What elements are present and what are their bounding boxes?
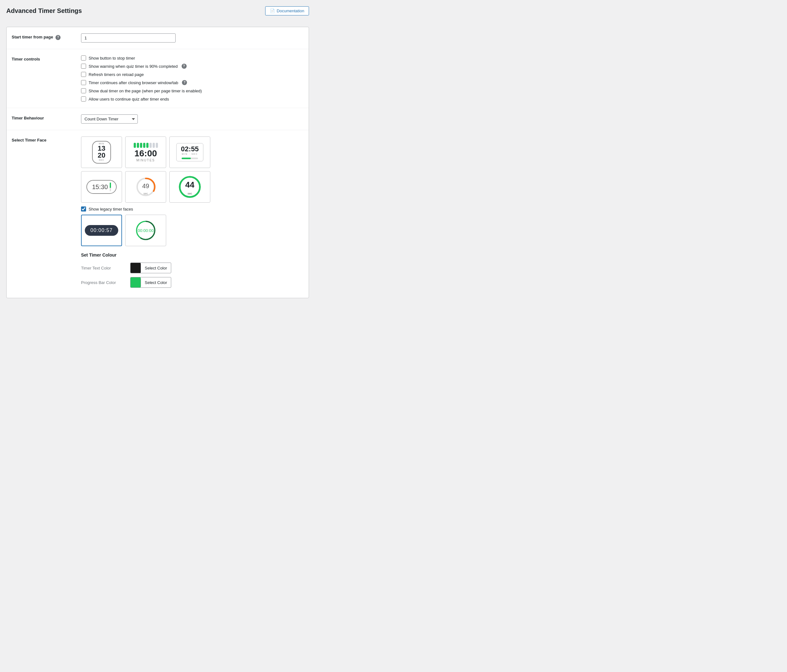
checkbox-continue: Allow users to continue quiz after timer… [81,96,303,101]
set-timer-colour-section: Set Timer Colour Timer Text Color Select… [81,252,303,288]
checkbox-browser-input[interactable] [81,80,86,85]
timer-face-digital[interactable]: 16:00 MINUTES [125,136,166,168]
select-timer-face-control: MIN 13 20 SEC [81,136,303,292]
checkbox-stop-input[interactable] [81,55,86,60]
timer-face-watch[interactable]: MIN 13 20 SEC [81,136,122,168]
timer-face-circle-green[interactable]: 44 sec [169,171,210,203]
checkbox-dual: Show dual timer on the page (when per pa… [81,88,303,93]
face-legacy-circle-inner: 00:00:00 [134,219,157,242]
checkbox-refresh-input[interactable] [81,72,86,77]
select-timer-face-row: Select Timer Face MIN 13 20 SEC [6,130,309,298]
timer-text-color-button[interactable]: Select Color [130,263,171,273]
progress-bar-color-label: Progress Bar Color [81,280,125,285]
face-circle-inner: 44 sec [177,174,202,200]
checkbox-warning-label: Show warning when quiz timer is 90% comp… [88,64,178,69]
timer-text-color-label: Timer Text Color [81,266,125,270]
timer-face-arc[interactable]: 49 sec [125,171,166,203]
timer-behaviour-label: Timer Behaviour [12,114,75,120]
show-legacy-label: Show legacy timer faces [88,207,133,211]
show-legacy-row: Show legacy timer faces [81,207,303,211]
timer-controls-label: Timer controls [12,55,75,62]
browser-help-icon[interactable]: ? [182,80,187,85]
start-timer-control [81,33,303,43]
page-header: Advanced Timer Settings 📄 Documentation [6,6,309,19]
start-timer-row: Start timer from page ? [6,27,309,49]
settings-card: Start timer from page ? Timer controls S… [6,27,309,298]
face-pill-inner: 15:30 [86,180,117,194]
checkbox-stop-label: Show button to stop timer [88,56,135,60]
start-timer-input[interactable] [81,33,175,43]
warning-help-icon[interactable]: ? [182,64,186,69]
checkbox-stop: Show button to stop timer [81,55,303,60]
documentation-button[interactable]: 📄 Documentation [265,6,309,16]
face-watch-outer: MIN 13 20 SEC [92,141,111,164]
timer-text-color-select-label: Select Color [141,264,171,272]
timer-face-pill[interactable]: 15:30 [81,171,122,203]
timer-faces-grid: MIN 13 20 SEC [81,136,303,203]
checkbox-dual-label: Show dual timer on the page (when per pa… [88,88,202,93]
timer-behaviour-row: Timer Behaviour Count Down Timer Count U… [6,108,309,130]
timer-text-color-swatch [131,263,141,273]
progress-bar-color-button[interactable]: Select Color [130,277,171,288]
legacy-faces-grid: 00:00:57 00:00:00 [81,215,303,246]
face-legacy-pill-inner: 00:00:57 [85,225,118,236]
checkbox-refresh: Refresh timers on reload page [81,72,303,77]
checkbox-warning-input[interactable] [81,64,86,69]
document-icon: 📄 [270,8,275,13]
checkbox-browser: Timer continues after closing browser wi… [81,80,303,85]
timer-controls-row: Timer controls Show button to stop timer… [6,49,309,108]
progress-bar-color-swatch [131,278,141,287]
face-digital-inner: 16:00 MINUTES [134,143,158,162]
timer-face-box[interactable]: 02:55 MIN · SEC [169,136,210,168]
timer-behaviour-control: Count Down Timer Count Up Timer [81,114,303,123]
face-arc-inner: 49 sec [134,175,157,198]
start-timer-help-icon[interactable]: ? [55,35,60,40]
show-legacy-checkbox[interactable] [81,207,86,211]
checkbox-dual-input[interactable] [81,88,86,93]
progress-bar-color-select-label: Select Color [141,278,171,287]
progress-bar-color-row: Progress Bar Color Select Color [81,277,303,288]
checkbox-warning: Show warning when quiz timer is 90% comp… [81,64,303,69]
legacy-face-dark-pill[interactable]: 00:00:57 [81,215,122,246]
face-box-inner: 02:55 MIN · SEC [176,143,203,161]
legacy-face-circle-outline[interactable]: 00:00:00 [125,215,166,246]
checkbox-browser-label: Timer continues after closing browser wi… [88,80,178,85]
face-watch-inner: MIN 13 20 SEC [92,141,111,164]
checkbox-continue-label: Allow users to continue quiz after timer… [88,97,169,101]
timer-behaviour-select[interactable]: Count Down Timer Count Up Timer [81,114,138,123]
start-timer-label: Start timer from page ? [12,33,75,40]
select-timer-face-label: Select Timer Face [12,136,75,142]
settings-page: Advanced Timer Settings 📄 Documentation … [6,6,309,298]
checkbox-refresh-label: Refresh timers on reload page [88,72,144,77]
colour-section-title: Set Timer Colour [81,252,303,257]
timer-text-color-row: Timer Text Color Select Color [81,263,303,273]
page-title: Advanced Timer Settings [6,7,82,14]
timer-controls-control: Show button to stop timer Show warning w… [81,55,303,101]
checkbox-continue-input[interactable] [81,96,86,101]
